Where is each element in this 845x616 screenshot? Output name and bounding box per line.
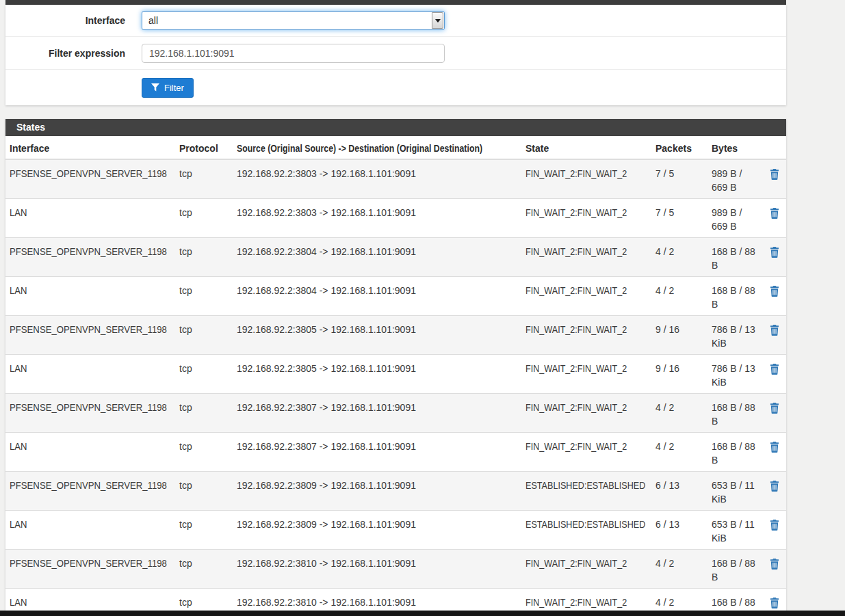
remove-state-button[interactable] [768, 401, 781, 415]
state-filter-form: Interface all Filter expression Filter [5, 5, 786, 105]
state-interface-cell: PFSENSE_OPENVPN_SERVER_1198 [5, 394, 175, 433]
state-source-destination-cell: 192.168.92.2:3807 -> 192.168.1.101:9091 [233, 433, 521, 472]
state-packets-value: 9 / 16 [655, 363, 679, 374]
filter-expression-input[interactable] [142, 44, 445, 63]
remove-state-button[interactable] [768, 245, 781, 259]
column-header-label: Source (Original Source) -> Destination … [237, 143, 482, 154]
state-source-destination-cell: 192.168.92.2:3805 -> 192.168.1.101:9091 [233, 316, 521, 355]
remove-state-button[interactable] [768, 168, 781, 181]
state-interface-value: PFSENSE_OPENVPN_SERVER_1198 [10, 245, 167, 258]
column-header-label: Protocol [179, 143, 218, 154]
state-interface-cell: PFSENSE_OPENVPN_SERVER_1198 [5, 472, 175, 511]
states-table: Interface Protocol Source (Original Sour… [5, 136, 786, 616]
state-interface-value: LAN [10, 206, 27, 219]
remove-state-button[interactable] [768, 596, 781, 610]
state-source-destination-cell: 192.168.92.2:3803 -> 192.168.1.101:9091 [233, 159, 521, 199]
state-interface-value: PFSENSE_OPENVPN_SERVER_1198 [10, 557, 167, 570]
state-packets-cell: 4 / 2 [651, 238, 707, 277]
column-header-packets: Packets [651, 136, 707, 159]
state-state-value: FIN_WAIT_2:FIN_WAIT_2 [525, 323, 627, 336]
filter-button[interactable]: Filter [142, 78, 194, 98]
state-interface-cell: LAN [5, 199, 175, 238]
column-header-label: Bytes [712, 143, 738, 154]
state-protocol-value: tcp [179, 597, 192, 608]
state-protocol-value: tcp [179, 402, 192, 413]
remove-state-button[interactable] [768, 362, 781, 376]
state-bytes-value: 989 B / 669 B [712, 168, 742, 193]
state-packets-cell: 7 / 5 [651, 199, 707, 238]
state-state-value: FIN_WAIT_2:FIN_WAIT_2 [525, 206, 627, 219]
state-action-cell [762, 433, 786, 472]
state-interface-value: PFSENSE_OPENVPN_SERVER_1198 [10, 401, 167, 414]
state-state-value: ESTABLISHED:ESTABLISHED [525, 518, 645, 531]
remove-state-button[interactable] [768, 206, 781, 220]
funnel-icon [151, 83, 159, 92]
state-interface-value: PFSENSE_OPENVPN_SERVER_1198 [10, 167, 167, 180]
state-state-cell: ESTABLISHED:ESTABLISHED [521, 511, 651, 550]
state-bytes-value: 168 B / 88 B [712, 441, 755, 466]
remove-state-button[interactable] [768, 557, 781, 571]
state-packets-value: 7 / 5 [655, 207, 674, 218]
state-interface-value: LAN [10, 284, 27, 297]
state-bytes-value: 168 B / 88 B [712, 285, 755, 310]
state-state-cell: FIN_WAIT_2:FIN_WAIT_2 [521, 355, 651, 394]
interface-select[interactable]: all [142, 11, 445, 30]
state-state-value: ESTABLISHED:ESTABLISHED [525, 479, 645, 492]
state-packets-cell: 4 / 2 [651, 394, 707, 433]
state-protocol-value: tcp [179, 207, 192, 218]
trash-icon [770, 208, 779, 219]
state-source-destination-cell: 192.168.92.2:3803 -> 192.168.1.101:9091 [233, 199, 521, 238]
remove-state-button[interactable] [768, 518, 781, 532]
remove-state-button[interactable] [768, 323, 781, 337]
state-packets-value: 6 / 13 [655, 480, 679, 491]
table-row: LAN tcp 192.168.92.2:3805 -> 192.168.1.1… [5, 355, 786, 394]
state-bytes-cell: 168 B / 88 B [707, 238, 762, 277]
state-packets-cell: 6 / 13 [651, 511, 707, 550]
state-protocol-cell: tcp [175, 550, 233, 589]
column-header-source-destination: Source (Original Source) -> Destination … [233, 136, 521, 159]
trash-icon [770, 520, 779, 531]
states-table-body: PFSENSE_OPENVPN_SERVER_1198 tcp 192.168.… [5, 159, 786, 616]
state-protocol-cell: tcp [175, 238, 233, 277]
state-bytes-value: 168 B / 88 B [712, 402, 755, 427]
state-packets-value: 4 / 2 [655, 285, 674, 296]
trash-icon [770, 247, 779, 258]
trash-icon [770, 169, 779, 180]
state-packets-cell: 9 / 16 [651, 355, 707, 394]
column-header-interface: Interface [5, 136, 175, 159]
state-bytes-cell: 989 B / 669 B [707, 159, 762, 199]
state-action-cell [762, 511, 786, 550]
state-packets-value: 4 / 2 [655, 246, 674, 257]
state-packets-value: 6 / 13 [655, 519, 679, 530]
state-bytes-value: 989 B / 669 B [712, 207, 742, 232]
state-source-destination-value: 192.168.92.2:3804 -> 192.168.1.101:9091 [237, 285, 416, 296]
trash-icon [770, 559, 779, 570]
table-row: PFSENSE_OPENVPN_SERVER_1198 tcp 192.168.… [5, 159, 786, 199]
state-action-cell [762, 316, 786, 355]
state-state-value: FIN_WAIT_2:FIN_WAIT_2 [525, 557, 627, 570]
state-bytes-cell: 786 B / 13 KiB [707, 355, 762, 394]
remove-state-button[interactable] [768, 440, 781, 454]
table-row: PFSENSE_OPENVPN_SERVER_1198 tcp 192.168.… [5, 316, 786, 355]
state-state-value: FIN_WAIT_2:FIN_WAIT_2 [525, 362, 627, 375]
trash-icon [770, 442, 779, 453]
remove-state-button[interactable] [768, 479, 781, 493]
state-interface-cell: PFSENSE_OPENVPN_SERVER_1198 [5, 238, 175, 277]
state-packets-cell: 4 / 2 [651, 277, 707, 316]
state-source-destination-value: 192.168.92.2:3809 -> 192.168.1.101:9091 [237, 519, 416, 530]
state-protocol-value: tcp [179, 285, 192, 296]
state-source-destination-value: 192.168.92.2:3805 -> 192.168.1.101:9091 [237, 324, 416, 335]
state-protocol-value: tcp [179, 324, 192, 335]
state-source-destination-cell: 192.168.92.2:3805 -> 192.168.1.101:9091 [233, 355, 521, 394]
state-interface-value: PFSENSE_OPENVPN_SERVER_1198 [10, 479, 167, 492]
state-state-cell: FIN_WAIT_2:FIN_WAIT_2 [521, 199, 651, 238]
state-protocol-cell: tcp [175, 433, 233, 472]
state-state-value: FIN_WAIT_2:FIN_WAIT_2 [525, 401, 627, 414]
chevron-down-icon[interactable] [432, 12, 443, 29]
remove-state-button[interactable] [768, 284, 781, 298]
state-interface-cell: PFSENSE_OPENVPN_SERVER_1198 [5, 159, 175, 199]
state-bytes-cell: 168 B / 88 B [707, 277, 762, 316]
filter-expression-form-row: Filter expression [5, 37, 786, 70]
interface-select-value: all [148, 15, 158, 26]
table-row: PFSENSE_OPENVPN_SERVER_1198 tcp 192.168.… [5, 472, 786, 511]
